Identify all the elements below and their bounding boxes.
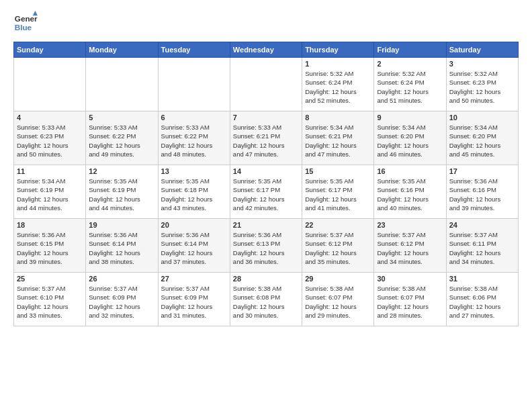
- calendar-cell: 10Sunrise: 5:34 AMSunset: 6:20 PMDayligh…: [446, 111, 518, 165]
- calendar-cell: 1Sunrise: 5:32 AMSunset: 6:24 PMDaylight…: [302, 58, 374, 111]
- day-number: 6: [161, 113, 227, 122]
- calendar-cell: 3Sunrise: 5:32 AMSunset: 6:23 PMDaylight…: [446, 58, 518, 111]
- day-number: 31: [449, 275, 515, 283]
- day-number: 9: [377, 113, 443, 122]
- day-number: 24: [449, 221, 515, 229]
- day-info: Sunrise: 5:33 AMSunset: 6:22 PMDaylight:…: [161, 123, 227, 158]
- calendar-cell: 2Sunrise: 5:32 AMSunset: 6:24 PMDaylight…: [374, 58, 446, 111]
- day-number: 17: [449, 167, 515, 175]
- calendar-header-row: SundayMondayTuesdayWednesdayThursdayFrid…: [14, 42, 519, 58]
- calendar-cell: 23Sunrise: 5:37 AMSunset: 6:12 PMDayligh…: [374, 219, 446, 273]
- calendar-cell: 6Sunrise: 5:33 AMSunset: 6:22 PMDaylight…: [158, 111, 230, 165]
- day-number: 19: [89, 221, 154, 229]
- day-number: 28: [233, 275, 299, 283]
- calendar-week-row: 18Sunrise: 5:36 AMSunset: 6:15 PMDayligh…: [14, 219, 519, 273]
- day-info: Sunrise: 5:34 AMSunset: 6:20 PMDaylight:…: [449, 123, 515, 158]
- calendar-cell: 4Sunrise: 5:33 AMSunset: 6:23 PMDaylight…: [14, 111, 86, 165]
- svg-marker-2: [33, 11, 38, 15]
- calendar-cell: 24Sunrise: 5:37 AMSunset: 6:11 PMDayligh…: [446, 219, 518, 273]
- day-info: Sunrise: 5:35 AMSunset: 6:18 PMDaylight:…: [161, 177, 227, 212]
- day-number: 14: [233, 167, 299, 175]
- calendar-cell: 15Sunrise: 5:35 AMSunset: 6:17 PMDayligh…: [302, 165, 374, 219]
- day-info: Sunrise: 5:33 AMSunset: 6:22 PMDaylight:…: [89, 123, 154, 158]
- day-number: 5: [89, 113, 154, 122]
- calendar-cell: 5Sunrise: 5:33 AMSunset: 6:22 PMDaylight…: [86, 111, 158, 165]
- day-info: Sunrise: 5:36 AMSunset: 6:14 PMDaylight:…: [161, 230, 227, 266]
- calendar-cell: 18Sunrise: 5:36 AMSunset: 6:15 PMDayligh…: [14, 219, 86, 273]
- day-number: 25: [17, 275, 83, 283]
- day-number: 30: [377, 275, 443, 283]
- day-number: 26: [89, 275, 154, 283]
- calendar-cell: 11Sunrise: 5:34 AMSunset: 6:19 PMDayligh…: [14, 165, 86, 219]
- day-info: Sunrise: 5:33 AMSunset: 6:21 PMDaylight:…: [233, 123, 299, 158]
- day-info: Sunrise: 5:38 AMSunset: 6:07 PMDaylight:…: [305, 284, 371, 320]
- day-info: Sunrise: 5:36 AMSunset: 6:14 PMDaylight:…: [89, 230, 154, 266]
- calendar-week-row: 25Sunrise: 5:37 AMSunset: 6:10 PMDayligh…: [14, 273, 519, 326]
- calendar-header-wednesday: Wednesday: [230, 42, 302, 58]
- day-info: Sunrise: 5:36 AMSunset: 6:15 PMDaylight:…: [17, 230, 83, 266]
- calendar-header-sunday: Sunday: [14, 42, 86, 58]
- calendar-cell: 16Sunrise: 5:35 AMSunset: 6:16 PMDayligh…: [374, 165, 446, 219]
- day-number: 20: [161, 221, 227, 229]
- calendar-week-row: 11Sunrise: 5:34 AMSunset: 6:19 PMDayligh…: [14, 165, 519, 219]
- day-info: Sunrise: 5:32 AMSunset: 6:23 PMDaylight:…: [449, 69, 515, 105]
- day-info: Sunrise: 5:36 AMSunset: 6:16 PMDaylight:…: [449, 177, 515, 212]
- day-info: Sunrise: 5:34 AMSunset: 6:21 PMDaylight:…: [305, 123, 371, 158]
- day-number: 4: [17, 113, 83, 122]
- calendar-cell: 21Sunrise: 5:36 AMSunset: 6:13 PMDayligh…: [230, 219, 302, 273]
- calendar-cell: 8Sunrise: 5:34 AMSunset: 6:21 PMDaylight…: [302, 111, 374, 165]
- calendar-cell: 7Sunrise: 5:33 AMSunset: 6:21 PMDaylight…: [230, 111, 302, 165]
- day-number: 1: [305, 60, 371, 68]
- day-number: 16: [377, 167, 443, 175]
- day-info: Sunrise: 5:36 AMSunset: 6:13 PMDaylight:…: [233, 230, 299, 266]
- day-info: Sunrise: 5:37 AMSunset: 6:12 PMDaylight:…: [377, 230, 443, 266]
- calendar-cell: 30Sunrise: 5:38 AMSunset: 6:07 PMDayligh…: [374, 273, 446, 326]
- day-info: Sunrise: 5:35 AMSunset: 6:16 PMDaylight:…: [377, 177, 443, 212]
- day-number: 11: [17, 167, 83, 175]
- day-number: 13: [161, 167, 227, 175]
- calendar-cell: 12Sunrise: 5:35 AMSunset: 6:19 PMDayligh…: [86, 165, 158, 219]
- day-info: Sunrise: 5:37 AMSunset: 6:12 PMDaylight:…: [305, 230, 371, 266]
- day-number: 10: [449, 113, 515, 122]
- calendar-cell: 20Sunrise: 5:36 AMSunset: 6:14 PMDayligh…: [158, 219, 230, 273]
- day-info: Sunrise: 5:33 AMSunset: 6:23 PMDaylight:…: [17, 123, 83, 158]
- day-number: 18: [17, 221, 83, 229]
- calendar-cell: 29Sunrise: 5:38 AMSunset: 6:07 PMDayligh…: [302, 273, 374, 326]
- day-info: Sunrise: 5:37 AMSunset: 6:11 PMDaylight:…: [449, 230, 515, 266]
- day-number: 21: [233, 221, 299, 229]
- day-info: Sunrise: 5:34 AMSunset: 6:20 PMDaylight:…: [377, 123, 443, 158]
- day-info: Sunrise: 5:37 AMSunset: 6:09 PMDaylight:…: [89, 284, 154, 320]
- day-info: Sunrise: 5:35 AMSunset: 6:19 PMDaylight:…: [89, 177, 154, 212]
- calendar-cell: [86, 58, 158, 111]
- calendar-header-saturday: Saturday: [446, 42, 518, 58]
- calendar-cell: 13Sunrise: 5:35 AMSunset: 6:18 PMDayligh…: [158, 165, 230, 219]
- svg-text:Blue: Blue: [15, 23, 32, 32]
- day-info: Sunrise: 5:38 AMSunset: 6:07 PMDaylight:…: [377, 284, 443, 320]
- calendar-cell: 31Sunrise: 5:38 AMSunset: 6:06 PMDayligh…: [446, 273, 518, 326]
- day-info: Sunrise: 5:32 AMSunset: 6:24 PMDaylight:…: [377, 69, 443, 105]
- calendar-cell: 9Sunrise: 5:34 AMSunset: 6:20 PMDaylight…: [374, 111, 446, 165]
- day-info: Sunrise: 5:35 AMSunset: 6:17 PMDaylight:…: [233, 177, 299, 212]
- calendar-week-row: 4Sunrise: 5:33 AMSunset: 6:23 PMDaylight…: [14, 111, 519, 165]
- calendar-header-thursday: Thursday: [302, 42, 374, 58]
- day-info: Sunrise: 5:32 AMSunset: 6:24 PMDaylight:…: [305, 69, 371, 105]
- day-number: 8: [305, 113, 371, 122]
- calendar-cell: 28Sunrise: 5:38 AMSunset: 6:08 PMDayligh…: [230, 273, 302, 326]
- calendar-cell: [230, 58, 302, 111]
- calendar-cell: 22Sunrise: 5:37 AMSunset: 6:12 PMDayligh…: [302, 219, 374, 273]
- day-info: Sunrise: 5:38 AMSunset: 6:06 PMDaylight:…: [449, 284, 515, 320]
- page-header: General Blue: [13, 11, 519, 35]
- calendar-cell: [14, 58, 86, 111]
- day-info: Sunrise: 5:37 AMSunset: 6:09 PMDaylight:…: [161, 284, 227, 320]
- calendar-header-tuesday: Tuesday: [158, 42, 230, 58]
- day-number: 3: [449, 60, 515, 68]
- day-info: Sunrise: 5:35 AMSunset: 6:17 PMDaylight:…: [305, 177, 371, 212]
- calendar-week-row: 1Sunrise: 5:32 AMSunset: 6:24 PMDaylight…: [14, 58, 519, 111]
- day-number: 12: [89, 167, 154, 175]
- calendar-table: SundayMondayTuesdayWednesdayThursdayFrid…: [13, 42, 519, 326]
- calendar-header-friday: Friday: [374, 42, 446, 58]
- day-info: Sunrise: 5:38 AMSunset: 6:08 PMDaylight:…: [233, 284, 299, 320]
- calendar-cell: 27Sunrise: 5:37 AMSunset: 6:09 PMDayligh…: [158, 273, 230, 326]
- day-number: 2: [377, 60, 443, 68]
- calendar-cell: 25Sunrise: 5:37 AMSunset: 6:10 PMDayligh…: [14, 273, 86, 326]
